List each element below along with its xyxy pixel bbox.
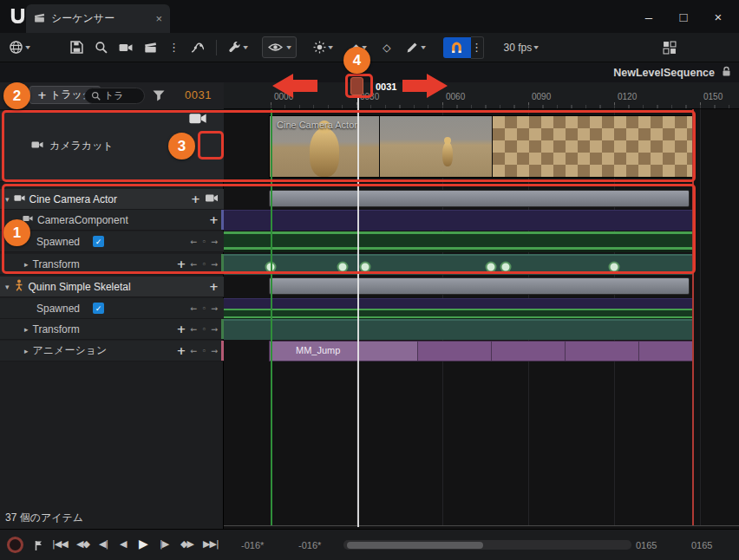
camera-lock-button[interactable] [188,109,207,130]
lane-spawned-quinn[interactable] [224,298,694,309]
range-end-field[interactable]: 0165 [691,540,712,550]
play-reverse-button[interactable]: ◀ [120,538,126,550]
track-row-cine-camera-actor[interactable]: ▾ Cine Camera Actor + [0,189,224,210]
lane-camera-component[interactable] [224,210,694,231]
keyframe-nav[interactable]: ← ◦ → [190,324,219,334]
track-row-spawned-camera[interactable]: Spawned ✓ ← ◦ → [0,231,224,252]
track-row-spawned-quinn[interactable]: Spawned ✓ ← ◦ → [0,298,224,319]
lock-icon[interactable] [721,65,732,81]
more-options-button[interactable]: ⋮ [168,41,180,54]
curve-editor-button[interactable] [191,41,205,54]
current-frame-field[interactable]: 0031 [185,88,212,101]
add-key-button[interactable]: + [177,322,186,335]
chevron-down-icon: ▾ [362,43,367,51]
collapse-arrow-icon[interactable]: ▸ [24,347,29,355]
sequence-name[interactable]: NewLevelSequence [613,67,715,79]
sequencer-tab-icon [34,11,45,27]
keyframe[interactable] [486,262,497,273]
tools-button[interactable]: ▾ [228,41,247,54]
view-start-field[interactable]: -016* [298,540,321,550]
add-key-button[interactable]: + [177,257,186,270]
maximize-button[interactable]: □ [666,0,701,33]
bookmark-button[interactable] [33,539,44,555]
magnifier-icon [95,41,108,54]
section-bar-quinn[interactable] [269,277,690,295]
timeline-ruler[interactable]: 0000 0030 0060 0090 0120 0150 [224,82,739,109]
playback-options-button[interactable]: ▾ [313,41,332,54]
scrollbar-thumb[interactable] [347,542,483,549]
camera-icon [119,41,133,55]
sun-icon [313,41,326,54]
titlebar[interactable]: シーケンサー × – □ × [0,0,739,33]
collapse-arrow-icon[interactable]: ▸ [24,325,29,334]
timeline-area[interactable]: Cine Camera Actor MM_Jump [224,82,739,529]
previous-key-button[interactable]: ◀◆ [76,538,89,550]
filter-button[interactable] [153,89,165,105]
keyframe-nav[interactable]: ← ◦ → [190,237,219,246]
search-input[interactable]: トラ [84,88,145,104]
keyframe[interactable] [500,262,511,273]
tab-close-button[interactable]: × [155,12,162,25]
spawned-checkbox[interactable]: ✓ [93,303,104,314]
keyframe-nav[interactable]: ← ◦ → [190,259,219,269]
track-row-quinn-skeletal[interactable]: ▾ Quinn Simple Skeletal + [0,277,224,297]
play-button[interactable]: ▶ [139,537,147,550]
step-forward-button[interactable]: |▶ [160,538,168,550]
animation-clip[interactable]: MM_Jump [269,341,694,361]
edit-options-button[interactable]: ▾ [406,41,425,54]
next-key-button[interactable]: ◆▶ [180,538,193,550]
ruler-tick-label: 0000 [274,92,293,101]
find-in-viewport-button[interactable] [95,41,108,54]
add-section-button[interactable]: + [209,213,219,226]
record-button[interactable] [7,537,23,553]
chevron-down-icon: ▾ [25,43,30,51]
camera-button[interactable] [205,192,219,206]
curve-grid-button[interactable] [663,41,677,55]
create-camera-button[interactable] [119,41,133,55]
keyframe-diamond-icon: ◆ [352,42,360,54]
keyframe[interactable] [337,262,348,273]
snap-toggle-button[interactable] [443,37,471,58]
snap-options-button[interactable]: ⋮ [471,36,484,59]
minimize-button[interactable]: – [631,0,666,33]
sequencer-tab[interactable]: シーケンサー × [26,4,170,33]
timeline-scrollbar[interactable] [343,540,631,550]
track-label: アニメーション [33,343,108,358]
to-end-button[interactable]: ▶▶| [203,538,219,550]
lane-spawned-camera[interactable] [224,231,694,252]
camera-cuts-clip[interactable]: Cine Camera Actor [269,115,694,178]
keyframe[interactable] [359,262,370,273]
playback-start-marker[interactable] [271,108,272,525]
add-animation-button[interactable]: + [177,344,186,357]
keyframe-nav[interactable]: ← ◦ → [190,346,219,355]
lane-transform-quinn[interactable] [224,319,694,340]
keyframe-options-button[interactable]: ◆ ▾ [352,42,366,54]
lane-transform-camera[interactable] [224,254,694,275]
expand-arrow-icon[interactable]: ▾ [5,283,10,291]
world-button[interactable]: ▾ [9,40,29,55]
render-movie-button[interactable] [144,41,157,54]
section-bar-camera[interactable] [269,190,690,207]
track-row-transform-quinn[interactable]: ▸ Transform + ← ◦ → [0,319,224,340]
track-row-transform-camera[interactable]: ▸ Transform + ← ◦ → [0,254,224,275]
step-back-button[interactable]: ◀| [99,538,108,550]
collapse-arrow-icon[interactable]: ▸ [24,260,29,269]
view-end-field[interactable]: 0165 [636,540,657,550]
track-row-animation[interactable]: ▸ アニメーション + ← ◦ → [0,341,224,361]
keyframe[interactable] [609,262,620,273]
playback-end-marker[interactable] [692,108,694,525]
spawned-checkbox[interactable]: ✓ [93,236,104,247]
range-start-field[interactable]: -016* [241,540,264,550]
add-section-button[interactable]: + [191,192,200,205]
view-options-button[interactable]: ▾ [262,36,297,58]
expand-arrow-icon[interactable]: ▾ [5,195,10,204]
ruler-tick-label: 0030 [360,92,379,101]
keyframe-nav[interactable]: ← ◦ → [190,303,219,313]
save-button[interactable] [70,41,83,54]
fps-button[interactable]: 30 fps ▾ [504,42,539,54]
auto-key-button[interactable]: ◇ [383,42,390,54]
to-front-button[interactable]: |◀◀ [52,538,68,550]
add-section-button[interactable]: + [209,280,219,293]
track-row-camera-component[interactable]: CameraComponent + [0,210,224,231]
close-button[interactable]: × [701,0,736,33]
